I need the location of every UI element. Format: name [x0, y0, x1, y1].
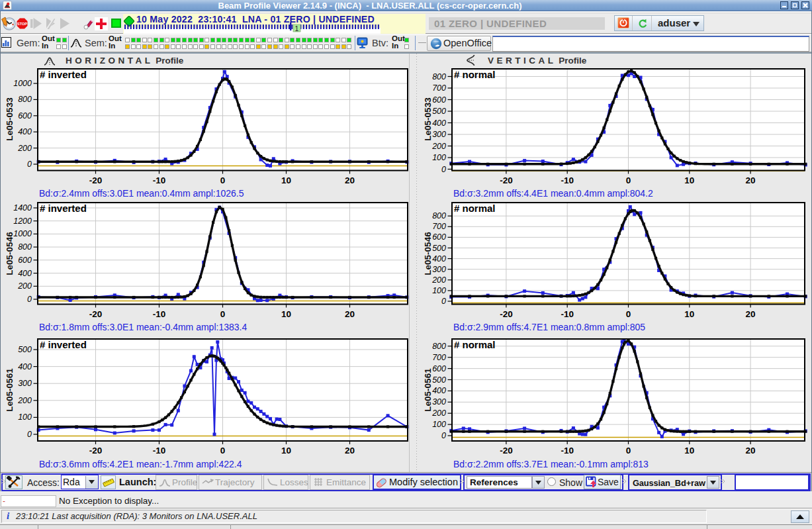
svg-text:100: 100: [432, 153, 446, 162]
svg-text:-20: -20: [89, 175, 103, 185]
svg-text:10: 10: [281, 175, 291, 185]
svg-text:400: 400: [18, 269, 32, 278]
svg-text:0: 0: [220, 446, 226, 456]
svg-text:-10: -10: [561, 446, 574, 456]
svg-text:Le05-0561: Le05-0561: [423, 368, 433, 412]
svg-text:-10: -10: [153, 309, 166, 319]
svg-text:800: 800: [432, 211, 446, 220]
svg-text:10: 10: [684, 446, 694, 456]
svg-text:-20: -20: [500, 446, 513, 456]
svg-text:-20: -20: [500, 175, 513, 185]
svg-text:10: 10: [684, 309, 694, 319]
svg-text:200: 200: [17, 281, 32, 291]
svg-text:-20: -20: [500, 309, 513, 319]
svg-text:10: 10: [281, 446, 291, 456]
svg-text:-10: -10: [561, 175, 574, 185]
svg-text:20: 20: [345, 175, 355, 185]
svg-text:# inverted: # inverted: [40, 69, 87, 80]
svg-text:-10: -10: [153, 446, 166, 456]
svg-text:100: 100: [18, 412, 32, 422]
svg-text:0: 0: [441, 164, 446, 173]
svg-text:800: 800: [432, 342, 446, 351]
svg-text:20: 20: [345, 309, 355, 319]
svg-text:20: 20: [746, 446, 756, 456]
svg-text:0: 0: [626, 446, 631, 456]
svg-text:400: 400: [18, 127, 32, 136]
svg-text:Le05-0546: Le05-0546: [5, 232, 15, 275]
svg-text:Le05-0546: Le05-0546: [423, 232, 433, 275]
svg-text:20: 20: [345, 446, 355, 456]
svg-text:200: 200: [17, 143, 32, 152]
svg-text:# normal: # normal: [454, 69, 496, 80]
svg-text:500: 500: [18, 345, 32, 354]
svg-text:0: 0: [220, 309, 226, 319]
svg-text:-20: -20: [89, 309, 103, 319]
svg-text:# normal: # normal: [454, 203, 496, 214]
svg-text:200: 200: [17, 396, 32, 405]
svg-text:20: 20: [746, 175, 756, 185]
svg-text:0: 0: [626, 309, 631, 319]
svg-text:400: 400: [18, 362, 32, 371]
svg-text:Le05-0561: Le05-0561: [5, 368, 15, 412]
svg-text:Le05-0533: Le05-0533: [423, 97, 433, 141]
svg-text:0: 0: [27, 295, 32, 304]
svg-text:100: 100: [432, 286, 446, 295]
svg-text:1400: 1400: [13, 203, 32, 213]
svg-text:0: 0: [220, 175, 226, 185]
svg-text:0: 0: [441, 297, 446, 306]
svg-text:# inverted: # inverted: [40, 339, 87, 350]
svg-text:10: 10: [281, 309, 291, 319]
svg-text:0: 0: [441, 431, 446, 440]
svg-text:800: 800: [432, 72, 446, 81]
svg-text:600: 600: [18, 256, 32, 265]
svg-text:0: 0: [27, 430, 32, 439]
svg-text:0: 0: [626, 175, 631, 185]
svg-text:# inverted: # inverted: [40, 203, 87, 214]
svg-text:-10: -10: [153, 175, 166, 185]
svg-text:800: 800: [18, 95, 32, 104]
svg-text:800: 800: [18, 242, 32, 252]
svg-text:20: 20: [746, 309, 756, 319]
svg-text:10: 10: [684, 175, 694, 185]
svg-text:-20: -20: [89, 446, 103, 456]
svg-text:300: 300: [18, 379, 32, 388]
svg-text:# normal: # normal: [454, 339, 496, 350]
svg-text:600: 600: [18, 111, 32, 120]
svg-text:STOP: STOP: [17, 22, 27, 26]
svg-text:-10: -10: [561, 309, 574, 319]
svg-text:1: 1: [295, 24, 299, 32]
svg-text:0: 0: [27, 160, 32, 169]
svg-text:Le05-0533: Le05-0533: [5, 97, 15, 141]
